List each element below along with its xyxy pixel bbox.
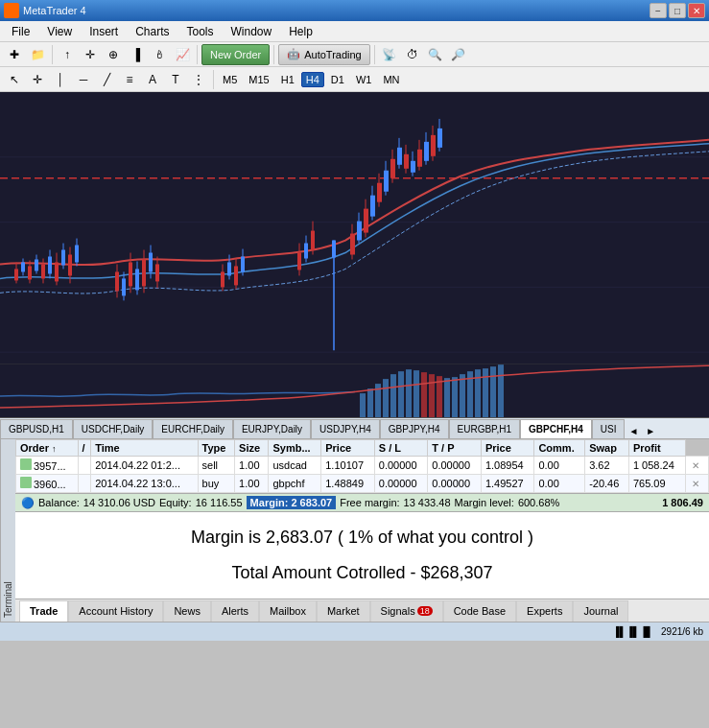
order-time-2: 2014.04.22 13:0... <box>91 475 198 493</box>
text-icon[interactable]: A <box>142 69 163 90</box>
new-order-button[interactable]: New Order <box>201 44 270 65</box>
tf-d1[interactable]: D1 <box>326 72 349 87</box>
memory-usage: 2921/6 kb <box>661 626 703 637</box>
col-price-current[interactable]: Price <box>481 440 534 457</box>
crosshair2-icon[interactable]: ✛ <box>27 69 48 90</box>
chart-tab-next[interactable]: ► <box>642 424 659 438</box>
col-symbol[interactable]: Symb... <box>269 440 321 457</box>
chart-tab-usdjpy[interactable]: USDJPY,H4 <box>311 419 380 438</box>
separator-4 <box>374 45 375 64</box>
tf-h1[interactable]: H1 <box>276 72 299 87</box>
table-row: 3957... 2014.04.22 01:2... sell 1.00 usd… <box>16 457 709 475</box>
trendline-icon[interactable]: ╱ <box>96 69 117 90</box>
svg-rect-55 <box>332 241 336 258</box>
chart-tab-eurjpy[interactable]: EURJPY,Daily <box>233 419 311 438</box>
chart-area[interactable] <box>0 92 709 418</box>
tab-account-history[interactable]: Account History <box>68 600 163 622</box>
tf-m15[interactable]: M15 <box>244 72 273 87</box>
close-button[interactable]: ✕ <box>688 3 705 18</box>
close-icon-1[interactable]: ✕ <box>690 460 701 471</box>
svg-rect-105 <box>490 366 496 417</box>
col-type[interactable]: Type <box>198 440 235 457</box>
title-bar: MetaTrader 4 − □ ✕ <box>0 0 709 21</box>
line-chart-icon[interactable]: 📈 <box>172 44 193 65</box>
svg-rect-101 <box>460 374 465 417</box>
minimize-button[interactable]: − <box>650 3 667 18</box>
tf-mn[interactable]: MN <box>378 72 404 87</box>
chart-tab-gbpjpy[interactable]: GBPJPY,H4 <box>380 419 449 438</box>
terminal-label[interactable]: Terminal <box>0 439 15 622</box>
vertical-line-icon[interactable]: │ <box>50 69 71 90</box>
menu-help[interactable]: Help <box>281 23 320 40</box>
maximize-button[interactable]: □ <box>669 3 686 18</box>
arrow-icon[interactable]: ↑ <box>57 44 78 65</box>
disk-icon: ▐▌▐▌▐▌ <box>613 626 654 637</box>
chart-tab-eurgbp[interactable]: EURGBP,H1 <box>449 419 521 438</box>
zoom-in2-icon[interactable]: 🔎 <box>448 44 469 65</box>
col-time[interactable]: Time <box>91 440 198 457</box>
col-sl[interactable]: S / L <box>374 440 428 457</box>
menu-window[interactable]: Window <box>224 23 280 40</box>
bar-chart-icon[interactable]: ▐ <box>126 44 147 65</box>
menu-tools[interactable]: Tools <box>179 23 222 40</box>
signals-icon[interactable]: 📡 <box>379 44 400 65</box>
chart-tab-gbpchf[interactable]: GBPCHF,H4 <box>520 419 592 438</box>
tf-w1[interactable]: W1 <box>351 72 377 87</box>
col-swap[interactable]: Swap <box>585 440 629 457</box>
menu-charts[interactable]: Charts <box>128 23 177 40</box>
autotrading-button[interactable]: 🤖 AutoTrading <box>278 44 370 65</box>
tab-journal[interactable]: Journal <box>573 600 628 622</box>
robot-icon: 🤖 <box>287 48 300 60</box>
order-close-2[interactable]: ✕ <box>685 475 708 493</box>
cursor-icon[interactable]: ↖ <box>4 69 25 90</box>
menu-insert[interactable]: Insert <box>82 23 126 40</box>
col-size[interactable]: Size <box>235 440 269 457</box>
col-profit[interactable]: Profit <box>628 440 685 457</box>
order-icon-2 <box>20 477 32 488</box>
col-tp[interactable]: T / P <box>428 440 482 457</box>
tab-news[interactable]: News <box>163 600 211 622</box>
svg-rect-88 <box>360 393 366 417</box>
channels-icon[interactable]: ≡ <box>119 69 140 90</box>
fib-icon[interactable]: ⋮ <box>188 69 209 90</box>
separator-1 <box>52 45 53 64</box>
history-icon[interactable]: ⏱ <box>402 44 423 65</box>
zoom-in-icon[interactable]: ⊕ <box>103 44 124 65</box>
tab-code-base[interactable]: Code Base <box>443 600 516 622</box>
tab-alerts[interactable]: Alerts <box>211 600 259 622</box>
svg-rect-106 <box>498 364 504 417</box>
chart-tab-usdchf[interactable]: USDCHF,Daily <box>73 419 154 438</box>
terminal-section: Terminal Order ↑ / Time Type Size Symb..… <box>0 439 709 622</box>
label-icon[interactable]: T <box>165 69 186 90</box>
tab-market[interactable]: Market <box>317 600 370 622</box>
tab-mailbox[interactable]: Mailbox <box>259 600 317 622</box>
hline-icon[interactable]: ─ <box>73 69 94 90</box>
tab-experts[interactable]: Experts <box>516 600 573 622</box>
zoom-out-icon[interactable]: 🔍 <box>425 44 446 65</box>
tf-h4[interactable]: H4 <box>301 72 324 87</box>
chart-tab-eurchf[interactable]: EURCHF,Daily <box>153 419 233 438</box>
chart-tab-usi[interactable]: USI <box>592 419 626 438</box>
crosshair-icon[interactable]: ✛ <box>80 44 101 65</box>
order-time-1: 2014.04.22 01:2... <box>91 457 198 475</box>
menu-view[interactable]: View <box>39 23 80 40</box>
close-icon-2[interactable]: ✕ <box>690 479 701 489</box>
margin-label: Margin: 2 683.07 <box>247 496 337 509</box>
col-order[interactable]: Order ↑ <box>16 440 79 457</box>
tf-m5[interactable]: M5 <box>218 72 242 87</box>
tab-signals[interactable]: Signals 18 <box>370 600 443 622</box>
row2-slash <box>78 475 91 493</box>
chart-tab-gbpusd[interactable]: GBPUSD,H1 <box>0 419 73 438</box>
col-comm[interactable]: Comm. <box>534 440 585 457</box>
menu-file[interactable]: File <box>4 23 37 40</box>
info-line-1: Margin is 2,683.07 ( 1% of what you cont… <box>31 528 694 548</box>
order-profit-1: 1 058.24 <box>628 457 685 475</box>
new-chart-icon[interactable]: ✚ <box>4 44 25 65</box>
order-close-1[interactable]: ✕ <box>685 457 708 475</box>
open-icon[interactable]: 📁 <box>27 44 48 65</box>
chart-tab-prev[interactable]: ◄ <box>625 424 642 438</box>
tab-trade[interactable]: Trade <box>19 600 68 622</box>
order-id-2: 3960... <box>16 475 79 493</box>
candle-icon[interactable]: 🕯 <box>149 44 170 65</box>
col-price-open[interactable]: Price <box>321 440 375 457</box>
